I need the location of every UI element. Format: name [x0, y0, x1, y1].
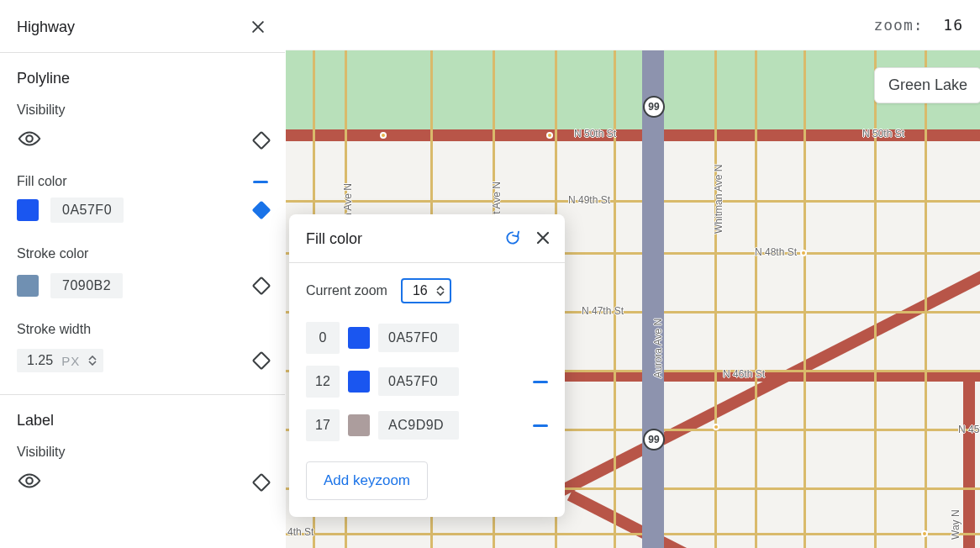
keyzoom-diamond-icon[interactable]: [252, 130, 271, 150]
current-zoom-label: Current zoom: [306, 283, 387, 298]
stroke-color-label: Stroke color: [17, 246, 268, 261]
label-section-title: Label: [0, 395, 285, 436]
stepper-arrows-icon[interactable]: [88, 356, 97, 366]
keyzoom-list: 00A57F0120A57F017AC9D9D: [306, 322, 548, 441]
keyzoom-zoom-value[interactable]: 17: [306, 409, 340, 441]
popover-title: Fill color: [306, 230, 362, 248]
street-label: Whitman Ave N: [713, 165, 724, 234]
keyzoom-zoom-value[interactable]: 12: [306, 366, 340, 398]
popover-header: Fill color: [289, 214, 565, 263]
stroke-width-value: 1.25: [27, 353, 53, 368]
refresh-icon[interactable]: [504, 229, 521, 249]
keyzoom-swatch[interactable]: [348, 414, 370, 436]
close-icon[interactable]: [536, 231, 550, 247]
keyzoom-row: 120A57F0: [306, 366, 548, 398]
current-zoom-input[interactable]: 16: [401, 278, 451, 303]
style-sidebar: Highway Polyline Visibility Fill color 0…: [0, 0, 286, 548]
eye-icon[interactable]: [17, 129, 42, 150]
stroke-color-hex[interactable]: 7090B2: [50, 273, 123, 298]
fill-color-group: Fill color 0A57F0: [0, 166, 285, 238]
visibility-label: Visibility: [17, 103, 268, 118]
street-label: N 50th St: [862, 128, 904, 140]
street-label: N 47th St: [582, 305, 624, 317]
dash-icon[interactable]: [533, 381, 548, 383]
stroke-width-group: Stroke width 1.25 PX: [0, 314, 285, 387]
stroke-color-swatch[interactable]: [17, 275, 39, 297]
street-label: N 46th St: [723, 368, 765, 380]
dash-icon[interactable]: [253, 181, 268, 183]
fill-color-popover: Fill color Current zoom 16 00A57F0120A57…: [289, 214, 565, 517]
stroke-width-input[interactable]: 1.25 PX: [17, 349, 103, 372]
popover-body: Current zoom 16 00A57F0120A57F017AC9D9D …: [289, 263, 565, 517]
street-label: N 48th St: [755, 246, 797, 258]
stroke-width-unit: PX: [61, 354, 80, 368]
visibility-group: Visibility: [0, 94, 285, 166]
current-zoom-row: Current zoom 16: [306, 278, 548, 303]
street-label: 4th St: [287, 526, 313, 538]
street-label: N 49th St: [568, 194, 610, 206]
sidebar-header: Highway: [0, 0, 285, 53]
polyline-section-title: Polyline: [0, 53, 285, 94]
street-label: Aurora Ave N: [652, 319, 664, 378]
fill-color-label: Fill color: [17, 174, 67, 189]
sidebar-title: Highway: [17, 18, 75, 36]
keyzoom-diamond-icon[interactable]: [252, 472, 271, 492]
zoom-value: 16: [943, 16, 963, 34]
keyzoom-row: 17AC9D9D: [306, 409, 548, 441]
keyzoom-hex[interactable]: AC9D9D: [378, 411, 459, 440]
keyzoom-swatch[interactable]: [348, 327, 370, 349]
stepper-arrows-icon[interactable]: [436, 286, 445, 296]
keyzoom-swatch[interactable]: [348, 371, 370, 393]
fill-color-swatch[interactable]: [17, 199, 39, 221]
keyzoom-hex[interactable]: 0A57F0: [378, 324, 459, 352]
dash-icon[interactable]: [533, 424, 548, 427]
stroke-width-label: Stroke width: [17, 322, 268, 337]
route-shield-99: 99: [643, 429, 665, 451]
map-topbar: zoom: 16: [286, 0, 980, 50]
svg-point-0: [26, 135, 33, 142]
keyzoom-diamond-icon[interactable]: [252, 277, 271, 296]
street-label: N 50th St: [574, 128, 616, 140]
label-visibility-group: Visibility: [0, 436, 285, 508]
label-visibility-label: Visibility: [17, 445, 268, 460]
stroke-color-group: Stroke color 7090B2: [0, 238, 285, 314]
zoom-label: zoom:: [873, 16, 923, 34]
street-label: n Ave N: [342, 183, 354, 219]
keyzoom-diamond-icon-active[interactable]: [252, 201, 271, 220]
add-keyzoom-button[interactable]: Add keyzoom: [306, 461, 428, 500]
zoom-indicator: zoom: 16: [873, 16, 963, 34]
keyzoom-diamond-icon[interactable]: [252, 351, 271, 371]
close-icon[interactable]: [248, 17, 268, 37]
current-zoom-value: 16: [413, 283, 428, 298]
street-label: N 45th St: [958, 424, 980, 435]
eye-icon[interactable]: [17, 472, 42, 493]
fill-color-hex[interactable]: 0A57F0: [50, 198, 124, 223]
route-shield-99: 99: [643, 96, 665, 118]
keyzoom-zoom-value[interactable]: 0: [306, 322, 340, 354]
svg-point-1: [26, 477, 33, 484]
keyzoom-hex[interactable]: 0A57F0: [378, 367, 459, 396]
place-chip[interactable]: Green Lake: [874, 67, 980, 103]
keyzoom-row: 00A57F0: [306, 322, 548, 354]
street-label: Way N: [950, 509, 962, 540]
